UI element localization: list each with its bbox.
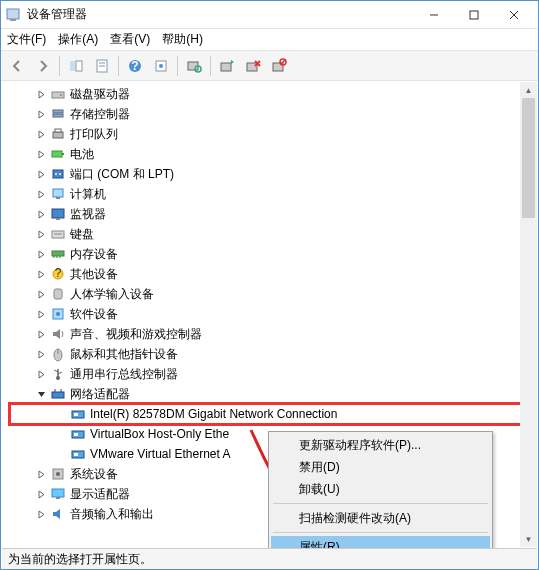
- netadapter-icon: [70, 426, 86, 442]
- expand-icon[interactable]: [34, 207, 48, 221]
- tree-node[interactable]: 声音、视频和游戏控制器: [10, 324, 537, 344]
- svg-rect-38: [56, 218, 60, 220]
- tree-node[interactable]: 人体学输入设备: [10, 284, 537, 304]
- tree-node[interactable]: Intel(R) 82578DM Gigabit Network Connect…: [10, 404, 537, 424]
- disk-icon: [50, 86, 66, 102]
- tree-node[interactable]: 端口 (COM 和 LPT): [10, 164, 537, 184]
- svg-rect-30: [52, 151, 62, 157]
- tree-node[interactable]: 存储控制器: [10, 104, 537, 124]
- vertical-scrollbar[interactable]: ▲ ▼: [520, 82, 537, 547]
- scroll-thumb[interactable]: [522, 98, 535, 218]
- tree-node[interactable]: 软件设备: [10, 304, 537, 324]
- maximize-button[interactable]: [454, 2, 494, 28]
- properties-button[interactable]: [90, 54, 114, 78]
- tree-node[interactable]: 内存设备: [10, 244, 537, 264]
- close-button[interactable]: [494, 2, 534, 28]
- audio-icon: [50, 506, 66, 522]
- menu-file[interactable]: 文件(F): [7, 31, 46, 48]
- tree-node-label: VirtualBox Host-Only Ethe: [90, 427, 229, 441]
- expand-icon[interactable]: [34, 247, 48, 261]
- action-button[interactable]: [149, 54, 173, 78]
- back-button[interactable]: [5, 54, 29, 78]
- menu-action[interactable]: 操作(A): [58, 31, 98, 48]
- usb-icon: [50, 366, 66, 382]
- svg-point-34: [59, 173, 61, 175]
- help-button[interactable]: ?: [123, 54, 147, 78]
- tree-node-label: 通用串行总线控制器: [70, 366, 178, 383]
- tree-node-label: 系统设备: [70, 466, 118, 483]
- expand-icon[interactable]: [34, 227, 48, 241]
- statusbar-text: 为当前的选择打开属性页。: [8, 551, 152, 568]
- window-title: 设备管理器: [27, 6, 414, 23]
- expand-icon[interactable]: [34, 307, 48, 321]
- expand-icon[interactable]: [34, 147, 48, 161]
- context-menu-item[interactable]: 更新驱动程序软件(P)...: [271, 434, 490, 456]
- scroll-up-icon[interactable]: ▲: [520, 82, 537, 98]
- context-menu-item[interactable]: 扫描检测硬件改动(A): [271, 507, 490, 529]
- tree-node[interactable]: 键盘: [10, 224, 537, 244]
- expand-icon[interactable]: [34, 347, 48, 361]
- svg-point-66: [56, 472, 60, 476]
- tree-node-label: 其他设备: [70, 266, 118, 283]
- svg-rect-67: [52, 489, 64, 497]
- tree-node[interactable]: 打印队列: [10, 124, 537, 144]
- statusbar: 为当前的选择打开属性页。: [2, 548, 537, 569]
- context-menu-item[interactable]: 卸载(U): [271, 478, 490, 500]
- svg-point-33: [55, 173, 57, 175]
- svg-rect-29: [55, 129, 61, 132]
- expand-icon[interactable]: [34, 367, 48, 381]
- context-menu-item[interactable]: 禁用(D): [271, 456, 490, 478]
- software-icon: [50, 306, 66, 322]
- tree-node-label: 内存设备: [70, 246, 118, 263]
- expand-icon[interactable]: [34, 327, 48, 341]
- expand-icon[interactable]: [34, 467, 48, 481]
- sound-icon: [50, 326, 66, 342]
- tree-node[interactable]: ?其他设备: [10, 264, 537, 284]
- expand-icon[interactable]: [34, 87, 48, 101]
- device-manager-window: 设备管理器 文件(F) 操作(A) 查看(V) 帮助(H) ? 磁盘驱动器存储控…: [0, 0, 539, 570]
- expand-icon[interactable]: [34, 267, 48, 281]
- tree-node[interactable]: 通用串行总线控制器: [10, 364, 537, 384]
- network-icon: [50, 386, 66, 402]
- menu-help[interactable]: 帮助(H): [162, 31, 203, 48]
- tree-node-label: 声音、视频和游戏控制器: [70, 326, 202, 343]
- port-icon: [50, 166, 66, 182]
- scan-hardware-button[interactable]: [182, 54, 206, 78]
- tree-node[interactable]: 监视器: [10, 204, 537, 224]
- menu-view[interactable]: 查看(V): [110, 31, 150, 48]
- computer-icon: [50, 186, 66, 202]
- disable-button[interactable]: [267, 54, 291, 78]
- forward-button[interactable]: [31, 54, 55, 78]
- expand-icon[interactable]: [34, 167, 48, 181]
- expand-icon[interactable]: [34, 287, 48, 301]
- collapse-icon[interactable]: [34, 387, 48, 401]
- netadapter-icon: [70, 406, 86, 422]
- titlebar: 设备管理器: [1, 1, 538, 29]
- hid-icon: [50, 286, 66, 302]
- tree-node[interactable]: 网络适配器: [10, 384, 537, 404]
- minimize-button[interactable]: [414, 2, 454, 28]
- tree-node-label: 显示适配器: [70, 486, 130, 503]
- expand-icon[interactable]: [34, 487, 48, 501]
- expand-icon[interactable]: [34, 127, 48, 141]
- tree-node[interactable]: 计算机: [10, 184, 537, 204]
- expand-icon[interactable]: [34, 507, 48, 521]
- svg-rect-27: [53, 114, 63, 117]
- svg-rect-31: [62, 153, 64, 155]
- storage-icon: [50, 106, 66, 122]
- expand-icon[interactable]: [34, 107, 48, 121]
- tree-node[interactable]: 磁盘驱动器: [10, 84, 537, 104]
- tree-node[interactable]: 电池: [10, 144, 537, 164]
- app-icon: [5, 7, 21, 23]
- tree-node[interactable]: 鼠标和其他指针设备: [10, 344, 537, 364]
- tree-node-label: 键盘: [70, 226, 94, 243]
- svg-rect-36: [56, 197, 60, 199]
- svg-rect-0: [7, 9, 19, 19]
- svg-rect-41: [52, 251, 64, 256]
- expand-icon[interactable]: [34, 187, 48, 201]
- show-hide-tree-button[interactable]: [64, 54, 88, 78]
- update-driver-button[interactable]: [215, 54, 239, 78]
- tree-node-label: VMware Virtual Ethernet A: [90, 447, 231, 461]
- uninstall-button[interactable]: [241, 54, 265, 78]
- scroll-down-icon[interactable]: ▼: [520, 531, 537, 547]
